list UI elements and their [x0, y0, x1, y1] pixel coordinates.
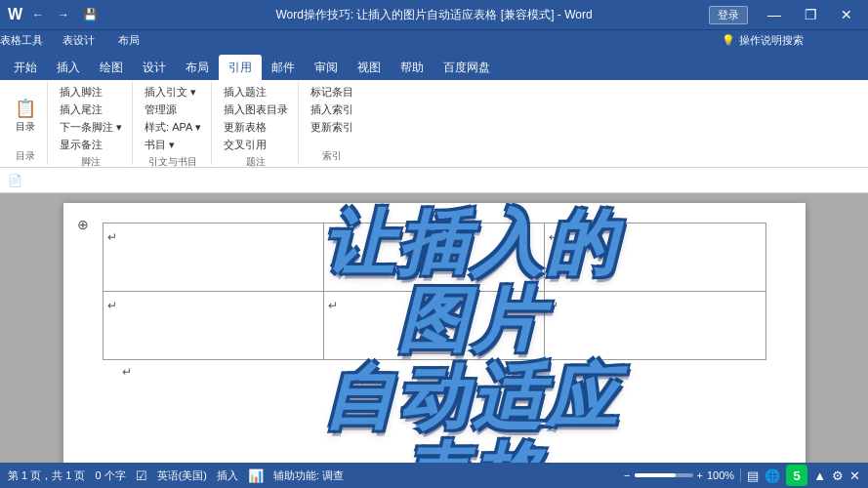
extra-icon-3[interactable]: ✕ — [849, 468, 860, 483]
doc-stats-icon: 📊 — [248, 468, 264, 483]
title-bar: W ← → 💾 Word操作技巧: 让插入的图片自动适应表格 [兼容模式] - … — [0, 0, 868, 29]
tool-tabs-bar: 表格工具 表设计 布局 💡 操作说明搜索 — [0, 29, 868, 51]
insert-table-of-figures-button[interactable]: 插入图表目录 — [220, 102, 292, 118]
ribbon-group-captions: 插入题注 插入图表目录 更新表格 交叉引用 题注 — [214, 82, 299, 165]
tab-insert[interactable]: 插入 — [47, 55, 90, 80]
show-notes-button[interactable]: 显示备注 — [56, 137, 106, 153]
tab-help[interactable]: 帮助 — [391, 55, 434, 80]
spell-check-icon[interactable]: ☑ — [136, 468, 147, 483]
tab-view[interactable]: 视图 — [348, 55, 391, 80]
tab-layout[interactable]: 布局 — [176, 55, 219, 80]
minimize-button[interactable]: — — [760, 6, 789, 23]
extra-icon-2[interactable]: ⚙ — [832, 468, 844, 483]
status-separator — [740, 468, 741, 482]
group-footnotes-label: 脚注 — [81, 153, 101, 169]
cell-arrow-icon: ↵ — [549, 299, 558, 312]
tab-layout[interactable]: 布局 — [106, 30, 151, 51]
login-button[interactable]: 登录 — [709, 6, 748, 24]
cell-arrow-icon: ↵ — [549, 230, 558, 244]
cell-arrow-icon: ↵ — [107, 299, 117, 312]
tool-tabs-label: 表格工具 — [0, 33, 43, 48]
tab-design[interactable]: 设计 — [133, 55, 176, 80]
insert-mode[interactable]: 插入 — [217, 468, 238, 483]
cross-ref-button[interactable]: 交叉引用 — [220, 137, 270, 153]
insert-caption-button[interactable]: 插入题注 — [220, 84, 270, 101]
toc-button[interactable]: 📋 目录 — [10, 95, 41, 137]
toc-label: 目录 — [16, 120, 35, 134]
mark-entry-button[interactable]: 标记条目 — [307, 84, 357, 101]
zoom-slider[interactable] — [635, 473, 693, 477]
title-right: 登录 — ❐ ✕ — [709, 6, 860, 24]
table-row: ↵ ↵ ↵ — [103, 224, 765, 292]
next-footnote-button[interactable]: 下一条脚注 ▾ — [56, 119, 126, 136]
zoom-out-button[interactable]: − — [624, 469, 630, 481]
lightbulb-icon: 💡 — [722, 34, 735, 47]
tab-draw[interactable]: 绘图 — [90, 55, 133, 80]
table-cell-1-0[interactable]: ↵ — [103, 292, 323, 360]
group-captions-label: 题注 — [246, 153, 266, 169]
ribbon-group-citations: 插入引文 ▾ 管理源 样式: APA ▾ 书目 ▾ 引文与书目 — [135, 82, 212, 165]
title-left: W ← → 💾 — [8, 6, 102, 23]
tab-mailings[interactable]: 邮件 — [262, 55, 305, 80]
zoom-bar: − + 100% — [624, 469, 734, 481]
group-index-label: 索引 — [322, 147, 342, 163]
tab-table-design[interactable]: 表设计 — [51, 30, 106, 51]
doc-icon: 📄 — [8, 174, 22, 187]
save-quick-button[interactable]: 💾 — [79, 6, 102, 23]
ribbon-group-footnotes: 插入脚注 插入尾注 下一条脚注 ▾ 显示备注 脚注 — [50, 82, 133, 165]
ribbon-group-toc: 📋 目录 目录 — [4, 82, 48, 165]
view-mode-icon[interactable]: ▤ — [747, 468, 759, 483]
cell-arrow-icon: ↵ — [328, 299, 338, 312]
word-logo: W — [8, 6, 22, 23]
ribbon-content: 📋 目录 目录 插入脚注 插入尾注 下一条脚注 ▾ 显示备注 脚注 插入引文 ▾… — [0, 80, 868, 168]
bibliography-button[interactable]: 书目 ▾ — [141, 137, 179, 153]
table-cell-0-0[interactable]: ↵ — [103, 224, 323, 292]
window-title: Word操作技巧: 让插入的图片自动适应表格 [兼容模式] - Word — [275, 7, 592, 23]
insert-footnote-button[interactable]: 插入脚注 — [56, 84, 106, 101]
update-table-button[interactable]: 更新表格 — [220, 119, 270, 136]
below-table-marker: ↵ — [122, 362, 776, 380]
manage-sources-button[interactable]: 管理源 — [141, 102, 181, 118]
group-citations-label: 引文与书目 — [148, 153, 197, 169]
table-cell-1-2[interactable]: ↵ — [545, 292, 765, 360]
view-web-icon[interactable]: 🌐 — [765, 468, 780, 483]
tab-home[interactable]: 开始 — [4, 55, 47, 80]
ribbon-tabs: 开始 插入 绘图 设计 布局 引用 邮件 审阅 视图 帮助 百度网盘 — [0, 51, 868, 80]
accessibility-info[interactable]: 辅助功能: 调查 — [273, 468, 344, 483]
five-brand-icon: 5 — [786, 465, 807, 486]
zoom-level[interactable]: 100% — [707, 469, 734, 481]
toc-icon: 📋 — [15, 98, 36, 119]
five-logo: 5 — [786, 465, 807, 486]
table-move-icon[interactable]: ⊕ — [77, 217, 89, 232]
cell-arrow-icon: ↵ — [107, 230, 117, 244]
title-text: Word操作技巧: 让插入的图片自动适应表格 [兼容模式] - Word — [275, 8, 592, 21]
ribbon-group-index: 标记条目 插入索引 更新索引 索引 — [301, 82, 363, 165]
tab-review[interactable]: 审阅 — [305, 55, 348, 80]
undo-button[interactable]: ← — [28, 6, 48, 23]
close-button[interactable]: ✕ — [833, 6, 860, 23]
language[interactable]: 英语(美国) — [157, 468, 207, 483]
word-table: ↵ ↵ ↵ ↵ ↵ ↵ — [103, 223, 766, 360]
table-cell-0-2[interactable]: ↵ — [545, 224, 765, 292]
insert-citation-button[interactable]: 插入引文 ▾ — [141, 84, 200, 101]
zoom-fill — [635, 473, 676, 477]
document-area: ⊕ ↵ ↵ ↵ ↵ ↵ ↵ ↵ 让插入的图片自动适应表格 — [0, 193, 868, 463]
zoom-in-button[interactable]: + — [697, 469, 703, 481]
char-count: 0 个字 — [95, 468, 125, 483]
insert-index-button[interactable]: 插入索引 — [307, 102, 357, 118]
redo-button[interactable]: → — [54, 6, 73, 23]
maximize-button[interactable]: ❐ — [797, 6, 825, 23]
update-index-button[interactable]: 更新索引 — [307, 119, 357, 136]
tab-references[interactable]: 引用 — [219, 55, 262, 80]
extra-icon-1[interactable]: ▲ — [813, 468, 826, 483]
group-toc-label: 目录 — [16, 147, 35, 163]
style-button[interactable]: 样式: APA ▾ — [141, 119, 205, 136]
search-area: 📄 — [0, 168, 868, 193]
cell-arrow-icon: ↵ — [328, 230, 338, 244]
status-left: 第 1 页，共 1 页 0 个字 ☑ 英语(美国) 插入 📊 辅助功能: 调查 — [8, 468, 614, 483]
table-cell-1-1[interactable]: ↵ — [323, 292, 544, 360]
search-hint-text: 操作说明搜索 — [739, 33, 804, 48]
insert-endnote-button[interactable]: 插入尾注 — [56, 102, 106, 118]
tab-baidu[interactable]: 百度网盘 — [434, 55, 500, 80]
table-cell-0-1[interactable]: ↵ — [323, 224, 544, 292]
